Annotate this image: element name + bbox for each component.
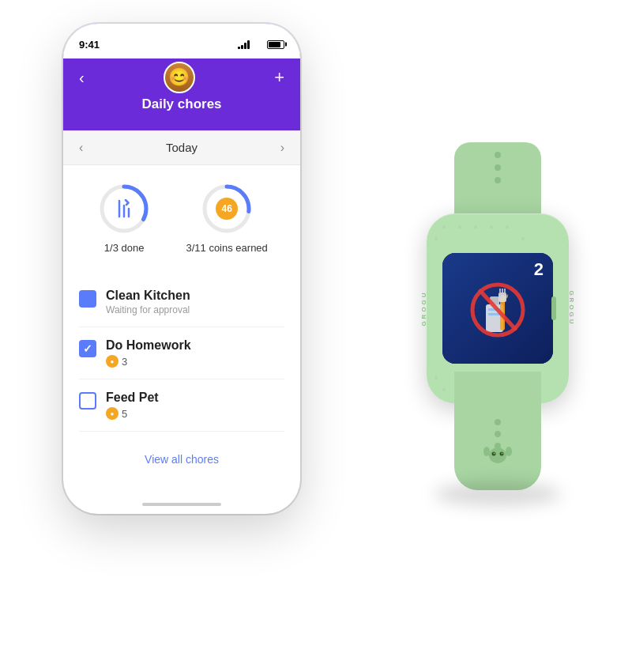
view-all-chores-button[interactable]: View all chores bbox=[145, 453, 219, 466]
done-stat: 1/3 done bbox=[96, 180, 152, 254]
svg-rect-9 bbox=[498, 293, 506, 302]
case-dot bbox=[474, 225, 477, 228]
case-dot bbox=[490, 225, 493, 228]
coin-count-homework: 3 bbox=[122, 356, 127, 368]
home-indicator bbox=[142, 503, 221, 506]
status-time: 9:41 bbox=[79, 39, 100, 51]
chore-checkbox-clean-kitchen[interactable] bbox=[79, 290, 96, 308]
no-cleaning-icon bbox=[466, 277, 529, 340]
coin-icon: ● bbox=[106, 355, 118, 368]
chore-sub-clean-kitchen: Waiting for approval bbox=[106, 304, 284, 315]
status-icons bbox=[238, 40, 284, 50]
case-dot bbox=[442, 225, 446, 228]
check-icon: ✓ bbox=[83, 342, 92, 355]
signal-icon bbox=[238, 40, 250, 49]
battery-icon bbox=[267, 40, 284, 49]
chores-list: Clean Kitchen Waiting for approval ✓ Do … bbox=[63, 268, 300, 474]
back-button[interactable]: ‹ bbox=[79, 69, 85, 87]
grogu-logo bbox=[482, 443, 514, 466]
band-hole bbox=[495, 164, 501, 171]
done-label: 1/3 done bbox=[104, 242, 145, 254]
header-nav: ‹ + bbox=[63, 62, 300, 93]
chore-name-do-homework: Do Homework bbox=[106, 338, 191, 352]
watch-display-number: 2 bbox=[534, 259, 544, 280]
svg-point-21 bbox=[502, 453, 503, 455]
watch-side-button[interactable] bbox=[551, 296, 556, 320]
chore-item[interactable]: Clean Kitchen Waiting for approval bbox=[79, 277, 284, 327]
current-date: Today bbox=[166, 141, 198, 154]
watch-band-bottom bbox=[454, 372, 541, 490]
done-icon bbox=[115, 201, 134, 217]
view-all-section: View all chores bbox=[63, 452, 300, 466]
case-dot bbox=[442, 388, 446, 391]
chore-name-feed-pet: Feed Pet bbox=[106, 391, 159, 404]
chore-coins-feed-pet: ● 5 bbox=[106, 407, 284, 420]
chore-coins-do-homework: ● 3 bbox=[106, 355, 284, 368]
svg-point-17 bbox=[489, 447, 506, 463]
case-dot bbox=[458, 225, 461, 228]
smartwatch: GROGU GROGU 2 bbox=[411, 142, 585, 490]
coins-stat: 46 3/11 coins earned bbox=[186, 180, 267, 254]
case-dot bbox=[434, 237, 438, 240]
phone-header: 9:41 bbox=[63, 24, 300, 130]
chore-checkbox-feed-pet[interactable] bbox=[79, 392, 96, 410]
svg-point-20 bbox=[494, 453, 495, 455]
band-hole bbox=[495, 177, 501, 183]
coin-icon: ● bbox=[106, 407, 118, 420]
watch-icon-area bbox=[466, 277, 529, 340]
phone: 9:41 bbox=[63, 24, 300, 514]
chore-item[interactable]: Feed Pet ● 5 bbox=[79, 379, 284, 432]
band-hole bbox=[495, 152, 501, 158]
case-dot bbox=[434, 376, 438, 379]
scene: 9:41 bbox=[0, 0, 632, 672]
case-dot bbox=[521, 237, 525, 240]
chore-info-clean-kitchen: Clean Kitchen Waiting for approval bbox=[106, 289, 284, 315]
wifi-icon bbox=[253, 40, 264, 50]
band-holes-top bbox=[454, 152, 541, 183]
chore-item[interactable]: ✓ Do Homework ● 3 bbox=[79, 327, 284, 379]
svg-point-16 bbox=[506, 447, 512, 456]
add-button[interactable]: + bbox=[274, 67, 284, 88]
chore-name-clean-kitchen: Clean Kitchen bbox=[106, 289, 190, 302]
date-nav: ‹ Today › bbox=[63, 130, 300, 165]
band-hole bbox=[495, 431, 501, 437]
watch-brand-left: GROGU bbox=[420, 290, 427, 326]
svg-point-15 bbox=[483, 447, 490, 456]
watch-screen: 2 bbox=[442, 253, 553, 364]
coin-count-feed-pet: 5 bbox=[122, 408, 127, 420]
coins-label: 3/11 coins earned bbox=[186, 242, 267, 254]
stats-area: 1/3 done 46 3/11 coins earned bbox=[63, 165, 300, 268]
status-bar: 9:41 bbox=[63, 24, 300, 59]
screen-title: Daily chores bbox=[141, 96, 221, 112]
coins-progress-circle: 46 bbox=[198, 180, 255, 237]
coin-number: 46 bbox=[216, 198, 238, 220]
next-date-button[interactable]: › bbox=[280, 141, 284, 155]
avatar-face bbox=[165, 63, 194, 92]
chore-info-feed-pet: Feed Pet ● 5 bbox=[106, 391, 284, 420]
chore-info-do-homework: Do Homework ● 3 bbox=[106, 338, 284, 368]
prev-date-button[interactable]: ‹ bbox=[79, 141, 83, 155]
coin-badge: 46 bbox=[216, 198, 238, 220]
watch-brand-right: GROGU bbox=[568, 290, 575, 326]
done-progress-circle bbox=[96, 180, 152, 237]
case-dot bbox=[506, 225, 509, 228]
avatar[interactable] bbox=[164, 62, 195, 93]
chore-checkbox-do-homework[interactable]: ✓ bbox=[79, 340, 96, 357]
band-hole bbox=[495, 419, 501, 425]
watch-body: GROGU GROGU 2 bbox=[411, 142, 585, 490]
watch-shadow bbox=[434, 482, 561, 506]
